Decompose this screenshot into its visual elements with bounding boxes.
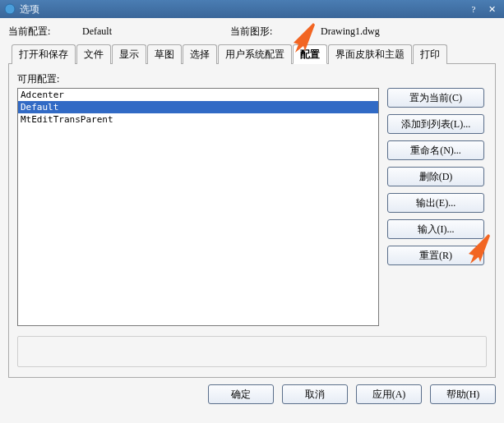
svg-point-0: [5, 4, 15, 14]
tab-print[interactable]: 打印: [413, 44, 447, 64]
tab-open-save[interactable]: 打开和保存: [12, 44, 76, 64]
tab-strip: 打开和保存 文件 显示 草图 选择 用户系统配置 配置 界面皮肤和主题 打印: [8, 44, 496, 64]
apply-button[interactable]: 应用(A): [356, 384, 422, 404]
window-title: 选项: [20, 2, 465, 16]
delete-button[interactable]: 删除(D): [387, 167, 484, 186]
tab-sketch[interactable]: 草图: [147, 44, 182, 64]
set-current-button[interactable]: 置为当前(C): [387, 88, 484, 108]
rename-button[interactable]: 重命名(N)...: [387, 140, 484, 160]
app-icon: [3, 2, 16, 16]
tab-skin-theme[interactable]: 界面皮肤和主题: [328, 44, 412, 64]
tab-select[interactable]: 选择: [183, 44, 217, 64]
tab-config[interactable]: 配置: [293, 44, 327, 64]
add-to-list-button[interactable]: 添加到列表(L)...: [387, 114, 484, 134]
current-drawing-value: Drawing1.dwg: [321, 25, 469, 38]
list-item[interactable]: Default: [18, 101, 378, 113]
button-column: 置为当前(C) 添加到列表(L)... 重命名(N)... 删除(D) 输出(E…: [387, 88, 484, 326]
tab-content: 可用配置: AdcenterDefaultMtEditTransParent 置…: [8, 64, 496, 378]
header-row: 当前配置: Default 当前图形: Drawing1.dwg: [8, 25, 496, 39]
window-body: 当前配置: Default 当前图形: Drawing1.dwg 打开和保存 文…: [0, 18, 504, 423]
titlebar: 选项 ? ✕: [0, 0, 504, 18]
help-button-footer[interactable]: 帮助(H): [430, 384, 496, 404]
reset-button[interactable]: 重置(R): [387, 246, 484, 265]
tab-display[interactable]: 显示: [112, 44, 146, 64]
description-box: [17, 336, 487, 367]
help-button[interactable]: ?: [465, 2, 483, 16]
close-button[interactable]: ✕: [483, 2, 501, 16]
list-item[interactable]: MtEditTransParent: [18, 113, 378, 126]
list-item[interactable]: Adcenter: [18, 89, 378, 101]
ok-button[interactable]: 确定: [208, 384, 274, 404]
current-drawing-label: 当前图形:: [230, 25, 321, 39]
current-profile-label: 当前配置:: [8, 25, 82, 39]
export-button[interactable]: 输出(E)...: [387, 193, 484, 213]
tab-user-sys[interactable]: 用户系统配置: [218, 44, 292, 64]
dialog-buttons: 确定 取消 应用(A) 帮助(H): [8, 384, 496, 404]
tab-file[interactable]: 文件: [76, 44, 111, 64]
available-profiles-label: 可用配置:: [17, 72, 487, 86]
current-profile-value: Default: [82, 25, 230, 38]
profiles-listbox[interactable]: AdcenterDefaultMtEditTransParent: [17, 88, 379, 326]
cancel-button[interactable]: 取消: [282, 384, 348, 404]
import-button[interactable]: 输入(I)...: [387, 219, 484, 239]
